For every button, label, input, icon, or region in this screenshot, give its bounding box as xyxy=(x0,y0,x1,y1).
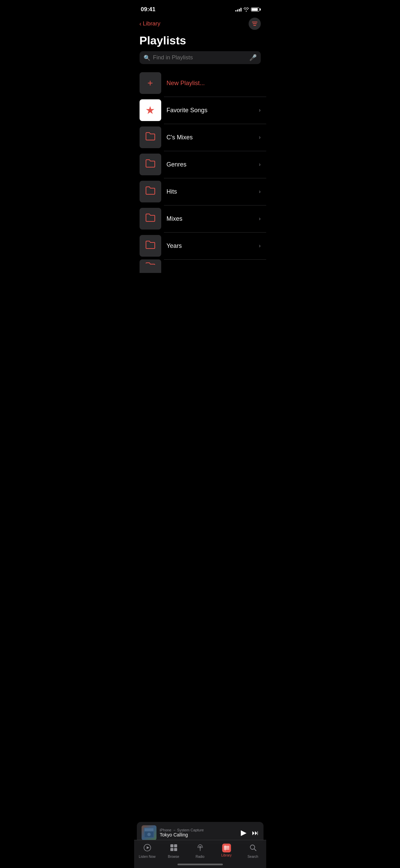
folder-icon xyxy=(145,186,155,197)
favorite-songs-label: Favorite Songs xyxy=(167,107,259,114)
filter-button[interactable] xyxy=(249,18,261,30)
back-label: Library xyxy=(143,20,161,27)
folder-icon xyxy=(145,240,155,251)
partial-icon xyxy=(140,259,161,273)
folder-icon xyxy=(145,132,155,143)
plus-icon: + xyxy=(147,78,153,88)
page-title: Playlists xyxy=(134,33,266,51)
status-time: 09:41 xyxy=(141,6,155,13)
search-bar[interactable]: 🔍 🎤 xyxy=(140,51,261,64)
wifi-icon xyxy=(244,7,249,12)
filter-icon xyxy=(252,22,257,26)
hits-label: Hits xyxy=(167,188,259,195)
list-item[interactable]: Mixes › xyxy=(134,205,266,232)
signal-icon xyxy=(235,7,241,12)
chevron-right-icon: › xyxy=(259,243,260,249)
search-icon: 🔍 xyxy=(144,55,150,61)
chevron-right-icon: › xyxy=(259,134,260,140)
list-item[interactable]: Genres › xyxy=(134,151,266,178)
nav-bar: ‹ Library xyxy=(134,16,266,33)
genres-label: Genres xyxy=(167,161,259,168)
favorite-songs-icon: ★ xyxy=(140,99,161,121)
folder-icon xyxy=(145,159,155,170)
cs-mixes-icon xyxy=(140,126,161,148)
folder-icon xyxy=(145,213,155,224)
new-playlist-icon: + xyxy=(140,72,161,94)
battery-icon xyxy=(251,7,259,12)
partial-list-item xyxy=(134,259,266,273)
chevron-right-icon: › xyxy=(259,189,260,195)
status-icons xyxy=(235,7,259,12)
mixes-label: Mixes xyxy=(167,215,259,222)
cs-mixes-label: C's Mixes xyxy=(167,134,259,141)
mixes-icon xyxy=(140,208,161,230)
hits-icon xyxy=(140,181,161,202)
chevron-right-icon: › xyxy=(259,107,260,113)
search-input[interactable] xyxy=(153,54,247,61)
list-item[interactable]: Hits › xyxy=(134,178,266,205)
chevron-right-icon: › xyxy=(259,216,260,222)
list-item[interactable]: + New Playlist... xyxy=(134,70,266,97)
chevron-left-icon: ‹ xyxy=(140,20,142,27)
chevron-right-icon: › xyxy=(259,161,260,167)
back-button[interactable]: ‹ Library xyxy=(140,20,161,27)
microphone-icon[interactable]: 🎤 xyxy=(249,54,257,61)
new-playlist-label: New Playlist... xyxy=(167,80,261,87)
years-icon xyxy=(140,235,161,257)
playlist-list: + New Playlist... ★ Favorite Songs › C's… xyxy=(134,70,266,273)
status-bar: 09:41 xyxy=(134,0,266,16)
list-item[interactable]: C's Mixes › xyxy=(134,124,266,151)
years-label: Years xyxy=(167,242,259,250)
star-icon: ★ xyxy=(145,104,155,117)
genres-icon xyxy=(140,154,161,175)
list-item[interactable]: ★ Favorite Songs › xyxy=(134,97,266,124)
list-item[interactable]: Years › xyxy=(134,232,266,259)
